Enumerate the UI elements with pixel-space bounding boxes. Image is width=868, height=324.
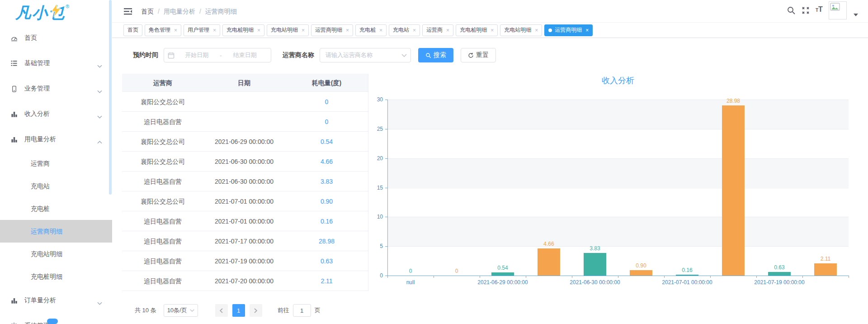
search-icon	[425, 52, 431, 58]
page-number-button[interactable]: 1	[232, 304, 245, 317]
tab-close-icon[interactable]: ×	[174, 28, 177, 33]
sidebar-subitem[interactable]: 充电站明细	[0, 243, 112, 265]
search-button[interactable]: 搜索	[418, 48, 453, 62]
avatar[interactable]	[829, 1, 847, 19]
cell-date	[203, 92, 285, 111]
tab[interactable]: 充电桩×	[355, 24, 387, 36]
goto-page-input[interactable]: 1	[293, 304, 311, 317]
tab[interactable]: 角色管理×	[145, 24, 181, 36]
sidebar-item-label: 业务管理	[24, 85, 50, 93]
tab-close-icon[interactable]: ×	[302, 28, 305, 33]
gridline	[387, 246, 849, 247]
sidebar-subitem[interactable]: 运营商明细	[0, 220, 112, 243]
x-axis-label: null	[372, 279, 449, 286]
tab-label: 充电桩明细	[226, 26, 254, 34]
brand-logo: 凡小乜 ®	[0, 0, 112, 25]
cell-consumption-link[interactable]: 0.90	[285, 191, 368, 211]
list-icon	[10, 59, 18, 67]
tab[interactable]: 充电桩明细×	[456, 24, 498, 36]
cell-consumption-link[interactable]: 2.11	[285, 271, 368, 291]
y-axis-label: 5	[368, 243, 383, 249]
cell-consumption-link[interactable]: 0.54	[285, 132, 368, 151]
page-size-select[interactable]: 10条/页	[164, 304, 198, 317]
date-range-label: 预约时间	[133, 51, 158, 59]
cell-operator: 追日电器自营	[122, 251, 203, 271]
sidebar-item-label: 订单量分析	[24, 296, 56, 305]
sidebar-collapse-icon[interactable]	[123, 7, 132, 18]
cell-operator: 襄阳公交总公司	[122, 191, 203, 211]
sidebar-subitem[interactable]: 充电桩明细	[0, 265, 112, 288]
chevron-right-icon	[254, 308, 257, 313]
sidebar-vertical-scrollbar[interactable]	[109, 0, 112, 195]
cell-consumption-link[interactable]: 4.66	[285, 152, 368, 171]
tab-label: 首页	[127, 26, 138, 34]
tab[interactable]: 充电站×	[389, 24, 420, 36]
plot-band	[387, 217, 849, 246]
font-size-icon[interactable]: TT	[816, 5, 823, 14]
tab[interactable]: 用户管理×	[184, 24, 220, 36]
chevron-down-icon	[97, 62, 102, 69]
y-axis-line	[387, 100, 388, 276]
prev-page-button[interactable]	[215, 304, 228, 317]
cell-consumption-link[interactable]: 0	[285, 92, 368, 111]
sidebar-subitem[interactable]: 充电桩	[0, 197, 112, 220]
goto-label: 前往	[278, 306, 289, 314]
sidebar-item[interactable]: 用电量分析	[0, 127, 112, 152]
chart-title: 收入分析	[387, 75, 849, 86]
tab-close-icon[interactable]: ×	[213, 28, 216, 33]
sidebar-item[interactable]: 首页	[0, 25, 112, 51]
cell-consumption-link[interactable]: 0.63	[285, 251, 368, 271]
cell-consumption-link[interactable]: 28.98	[285, 231, 368, 251]
tab-label: 运营商明细	[315, 26, 342, 34]
tab-close-icon[interactable]: ×	[535, 28, 538, 33]
next-page-button[interactable]	[250, 304, 262, 317]
fullscreen-icon[interactable]	[801, 6, 810, 17]
sidebar-item[interactable]: 业务管理	[0, 76, 112, 101]
page-size-value: 10条/页	[167, 306, 187, 314]
tab[interactable]: 首页	[123, 24, 142, 36]
bar-chart-icon	[10, 110, 18, 118]
cell-date: 2021-06-30 00:00:00	[203, 172, 285, 191]
tab[interactable]: 充电桩明细×	[222, 24, 264, 36]
tab-close-icon[interactable]: ×	[413, 28, 416, 33]
tab-close-icon[interactable]: ×	[257, 28, 260, 33]
sidebar-item-label: 首页	[24, 34, 37, 42]
tab[interactable]: 充电站明细×	[267, 24, 309, 36]
tab[interactable]: 运营商×	[422, 24, 453, 36]
tab-close-icon[interactable]: ×	[379, 28, 382, 33]
table-row: 襄阳公交总公司0	[122, 92, 368, 112]
x-axis-tick	[849, 276, 849, 278]
tab-close-icon[interactable]: ×	[585, 28, 589, 33]
sidebar-subitem[interactable]: 充电站	[0, 175, 112, 197]
cell-consumption-link[interactable]: 3.83	[285, 172, 368, 191]
bar-value-label: 0	[441, 268, 472, 274]
tab[interactable]: 充电站明细×	[500, 24, 542, 36]
end-date-placeholder[interactable]: 结束日期	[223, 51, 267, 59]
cell-consumption-link[interactable]: 0	[285, 112, 368, 131]
tab-close-icon[interactable]: ×	[491, 28, 494, 33]
search-icon[interactable]	[787, 6, 796, 17]
reset-button[interactable]: 重置	[461, 48, 496, 62]
sidebar-horizontal-scrollbar[interactable]	[47, 319, 58, 324]
sidebar-item[interactable]: 订单量分析	[0, 288, 112, 313]
sidebar-item[interactable]: 收入分析	[0, 101, 112, 127]
tab-close-icon[interactable]: ×	[446, 28, 449, 33]
sidebar-subitem[interactable]: 运营商	[0, 152, 112, 175]
tab[interactable]: 运营商明细×	[544, 24, 593, 36]
date-range-input[interactable]: 开始日期 - 结束日期	[164, 48, 271, 62]
sidebar-item[interactable]: 基础管理	[0, 51, 112, 76]
operator-name-label: 运营商名称	[283, 51, 314, 59]
breadcrumb-section[interactable]: 用电量分析	[164, 8, 195, 16]
breadcrumb-home[interactable]: 首页	[141, 8, 154, 16]
start-date-placeholder[interactable]: 开始日期	[175, 51, 219, 59]
chevron-down-icon	[97, 113, 102, 120]
gridline	[387, 158, 849, 159]
tab[interactable]: 运营商明细×	[311, 24, 353, 36]
gridline	[387, 188, 849, 188]
tab-label: 充电站明细	[271, 26, 298, 34]
cell-consumption-link[interactable]: 0.16	[285, 211, 368, 231]
caret-down-icon[interactable]	[854, 10, 858, 18]
operator-select[interactable]: 请输入运营商名称	[320, 48, 411, 62]
y-axis-label: 25	[368, 126, 383, 132]
tab-close-icon[interactable]: ×	[346, 28, 349, 33]
